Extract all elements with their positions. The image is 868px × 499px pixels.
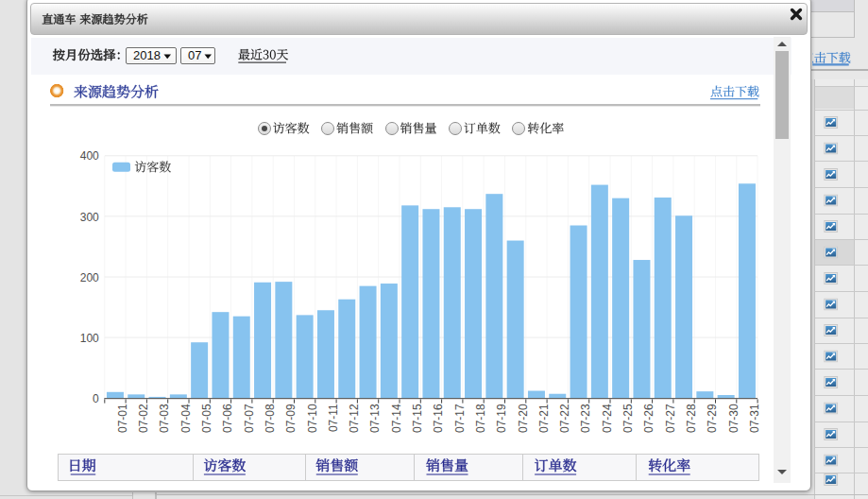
svg-text:07-18: 07-18: [474, 404, 487, 433]
svg-text:200: 200: [80, 271, 99, 284]
svg-text:07-07: 07-07: [243, 404, 256, 433]
svg-text:07-31: 07-31: [748, 404, 761, 433]
svg-text:400: 400: [80, 149, 99, 163]
svg-text:07-03: 07-03: [158, 404, 171, 433]
svg-text:07-05: 07-05: [200, 404, 213, 433]
svg-text:07-22: 07-22: [558, 404, 571, 433]
svg-text:07-23: 07-23: [579, 404, 592, 433]
svg-text:07-15: 07-15: [411, 404, 424, 433]
svg-text:07-11: 07-11: [327, 404, 340, 432]
svg-text:07-04: 07-04: [179, 404, 193, 433]
svg-text:07-09: 07-09: [284, 404, 298, 433]
svg-text:07-26: 07-26: [642, 404, 655, 433]
svg-text:07-16: 07-16: [432, 404, 445, 433]
svg-text:07-01: 07-01: [116, 404, 129, 433]
svg-text:07-29: 07-29: [706, 404, 719, 433]
svg-text:07-28: 07-28: [685, 404, 698, 433]
svg-text:07-20: 07-20: [517, 404, 530, 433]
svg-text:07-17: 07-17: [453, 404, 467, 433]
svg-text:100: 100: [80, 332, 99, 345]
svg-text:07-27: 07-27: [664, 404, 677, 433]
svg-text:07-25: 07-25: [621, 404, 635, 433]
svg-text:07-13: 07-13: [368, 404, 382, 433]
svg-text:07-21: 07-21: [537, 404, 551, 433]
svg-text:300: 300: [80, 211, 99, 224]
svg-text:07-30: 07-30: [727, 404, 740, 433]
svg-text:07-24: 07-24: [601, 404, 614, 433]
svg-text:07-02: 07-02: [137, 404, 150, 433]
svg-text:07-12: 07-12: [348, 404, 361, 433]
svg-text:07-10: 07-10: [306, 404, 319, 433]
svg-text:07-14: 07-14: [390, 404, 403, 433]
svg-text:0: 0: [93, 392, 99, 405]
svg-text:07-19: 07-19: [495, 404, 508, 433]
svg-text:07-08: 07-08: [264, 404, 277, 433]
svg-text:07-06: 07-06: [221, 404, 234, 433]
